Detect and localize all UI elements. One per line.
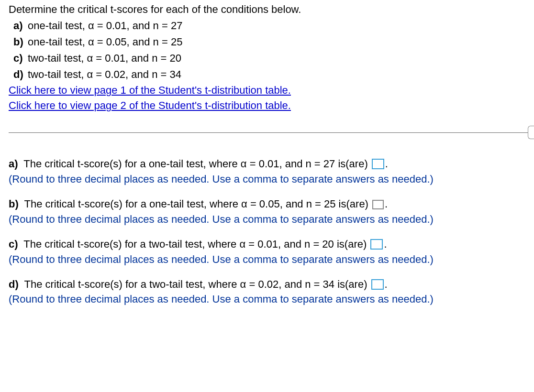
question-container: Determine the critical t-scores for each… [0, 0, 534, 321]
answer-text-post: . [385, 198, 388, 210]
answer-text-pre: The critical t-score(s) for a one-tail t… [22, 198, 371, 210]
answer-instruction: (Round to three decimal places as needed… [9, 252, 525, 267]
answer-label: d) [9, 277, 19, 292]
item-label: a) [13, 18, 25, 33]
link-t-table-page-1[interactable]: Click here to view page 1 of the Student… [9, 84, 291, 96]
item-label: c) [13, 51, 25, 66]
answer-block-c: c) The critical t-score(s) for a two-tai… [9, 237, 525, 267]
question-item-a: a) one-tail test, α = 0.01, and n = 27 [9, 18, 525, 33]
answer-block-b: b) The critical t-score(s) for a one-tai… [9, 196, 525, 227]
answer-line: a) The critical t-score(s) for a one-tai… [9, 156, 525, 172]
answer-line: b) The critical t-score(s) for a one-tai… [9, 196, 525, 212]
question-item-d: d) two-tail test, α = 0.02, and n = 34 [9, 67, 525, 82]
answer-block-a: a) The critical t-score(s) for a one-tai… [9, 156, 525, 187]
answer-text-pre: The critical t-score(s) for a two-tail t… [22, 278, 370, 290]
item-text: two-tail test, α = 0.02, and n = 34 [28, 67, 181, 82]
link-t-table-page-2[interactable]: Click here to view page 2 of the Student… [9, 99, 291, 111]
answer-instruction: (Round to three decimal places as needed… [9, 172, 525, 187]
answer-instruction: (Round to three decimal places as needed… [9, 292, 525, 307]
answer-text-post: . [385, 278, 388, 290]
item-label: d) [13, 67, 25, 82]
divider-handle-icon[interactable] [528, 126, 534, 139]
answer-input-b[interactable] [372, 200, 384, 209]
answer-input-c[interactable] [370, 239, 383, 250]
answer-label: a) [9, 156, 18, 172]
answer-input-a[interactable] [372, 159, 384, 169]
answer-line: c) The critical t-score(s) for a two-tai… [9, 237, 525, 252]
question-heading: Determine the critical t-scores for each… [9, 2, 525, 17]
answer-text-post: . [384, 238, 387, 250]
item-text: one-tail test, α = 0.05, and n = 25 [28, 34, 182, 50]
answer-instruction: (Round to three decimal places as needed… [9, 212, 525, 227]
answer-line: d) The critical t-score(s) for a two-tai… [9, 277, 525, 292]
answer-text-pre: The critical t-score(s) for a one-tail t… [21, 158, 371, 170]
section-divider [9, 126, 525, 139]
item-text: one-tail test, α = 0.01, and n = 27 [28, 18, 182, 33]
answer-label: b) [9, 196, 19, 212]
item-text: two-tail test, α = 0.01, and n = 20 [28, 51, 181, 66]
answer-text-pre: The critical t-score(s) for a two-tail t… [21, 238, 370, 250]
question-item-b: b) one-tail test, α = 0.05, and n = 25 [9, 34, 525, 50]
question-item-c: c) two-tail test, α = 0.01, and n = 20 [9, 51, 525, 66]
divider-line [9, 132, 528, 133]
item-label: b) [13, 34, 25, 50]
answer-input-d[interactable] [371, 279, 384, 290]
answer-label: c) [9, 237, 18, 252]
answer-text-post: . [385, 158, 388, 170]
answer-block-d: d) The critical t-score(s) for a two-tai… [9, 277, 525, 307]
